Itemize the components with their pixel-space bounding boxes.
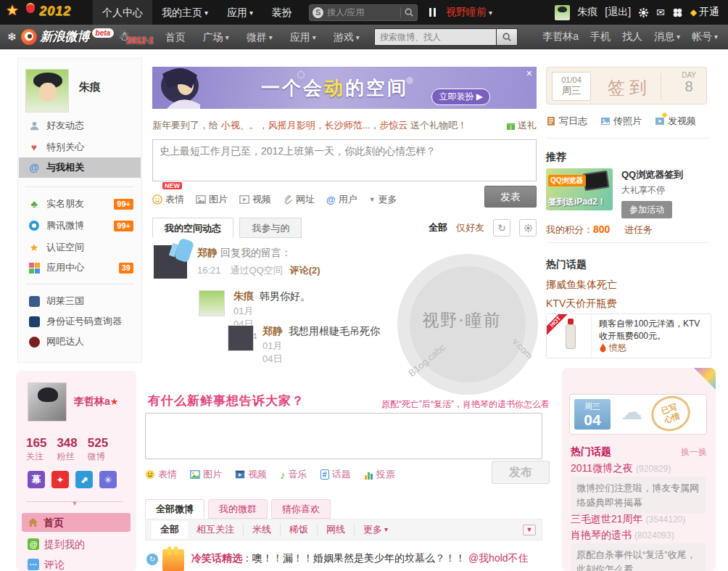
write-blog-button[interactable]: 写日志 [546,115,587,128]
qzone-username[interactable]: 朱痕 [79,81,101,94]
sidebar-item-app-center[interactable]: 应用中心 39 [19,258,141,278]
stat-followers[interactable]: 348粉丝 [57,436,77,463]
friend-link[interactable]: 步惊云 [379,120,408,131]
qzone-nav-my-home[interactable]: 我的主页 [152,0,218,25]
close-icon[interactable]: × [526,67,532,79]
sidebar-item-certified-space[interactable]: ★ 认证空间 [19,237,141,258]
author-link[interactable]: 朱痕 [233,290,254,302]
video-button[interactable]: 视频 [239,193,271,206]
settings-button[interactable] [519,219,537,237]
stat-posts[interactable]: 525微博 [88,436,108,463]
filter-all[interactable]: 全部 [429,221,447,234]
avatar[interactable] [154,245,187,279]
poll-button[interactable]: 投票 [364,468,395,481]
badge-icon[interactable]: ✳ [99,471,117,488]
mention-button[interactable]: @ 用户 [326,193,357,206]
sidebar-app-hulai[interactable]: 胡莱三国 [19,291,141,311]
clover-icon[interactable] [672,7,683,18]
sidebar-app-netbar[interactable]: 网吧达人 [19,332,141,352]
gear-icon[interactable] [638,7,649,18]
channel-link[interactable]: 视野瞳前 [446,6,487,19]
music-button[interactable]: ♪ 音乐 [280,468,307,481]
weibo-account-menu[interactable]: 帐号 [692,30,718,44]
topic-link[interactable]: 挪威鱼集体死亡 [546,279,617,292]
tab-participated[interactable]: 我参与的 [239,218,302,238]
topic-link[interactable]: KTV天价开瓶费 [546,297,616,311]
banner-ad[interactable]: 一个会动的空间 立即装扮 ▶ × [152,67,537,109]
weibo-sidebar-mentions[interactable]: @ 提到我的 [22,535,131,554]
filter-mutual[interactable]: 相互关注 [188,523,243,536]
tab-guess-you-like[interactable]: 猜你喜欢 [271,499,331,519]
tab-my-feeds[interactable]: 我的空间动态 [152,218,233,238]
weibo-composer-input[interactable] [145,413,542,459]
weibo-logo-icon[interactable] [21,29,37,45]
emoticon-button[interactable]: 表情 [145,468,177,481]
publish-button[interactable]: 发布 [492,461,550,484]
stat-following[interactable]: 165关注 [26,436,46,463]
username-link[interactable]: 朱痕 [577,6,597,19]
anger-tag[interactable]: 愤怒 [599,342,626,354]
weibo-sidebar-comments[interactable]: ··· 评论 [22,555,131,571]
page-corner-fold[interactable] [694,368,716,390]
signin-card[interactable]: 01/04 周三 签到 DAY 8 [546,67,707,104]
search-button[interactable] [496,28,518,46]
avatar[interactable] [555,5,570,20]
send-gift-link[interactable]: 送礼 [506,119,537,132]
topic-link[interactable]: 肖艳琴的遗书(8024093) [571,529,674,542]
weibo-mobile-link[interactable]: 手机 [590,30,611,44]
avatar[interactable] [162,549,184,571]
dressup-now-button[interactable]: 立即装扮 ▶ [431,89,490,105]
upload-photo-button[interactable]: 传照片 [600,115,642,128]
weibo-user-link[interactable]: 李哲林a [542,30,579,44]
publish-button[interactable]: 发表 [484,186,537,208]
sidebar-item-tencent-weibo[interactable]: 腾讯微博 99+ [19,215,141,236]
ad-title[interactable]: QQ浏览器签到 [621,168,716,181]
weibo-brand[interactable]: 新浪微博 [41,28,90,45]
friend-link[interactable]: 长沙师范... [325,120,371,131]
emoticon-button[interactable]: NEW 表情 [152,193,184,206]
task-link[interactable]: 进任务 [624,224,653,235]
sidebar-app-id-lookup[interactable]: 身份证号码查询器 [19,311,141,332]
filter-group-1[interactable]: 米线 [243,523,280,536]
avatar[interactable] [28,382,67,422]
author-link[interactable]: 郑静 [262,325,283,337]
qq-browser-ad-image[interactable]: QQ浏览器 签到送iPad2！ [546,168,613,210]
weibo-nav-home[interactable]: 首页 [157,25,194,49]
sidebar-item-friend-feeds[interactable]: 好友动态 [19,115,141,136]
topic-card[interactable]: HOT 顾客自带100元洋酒，KTV收开瓶费600元。 愤怒 [546,313,711,358]
mention-link[interactable]: @我hold不住 [468,552,529,564]
author-link[interactable]: 郑静 [197,247,218,258]
tab-my-groups[interactable]: 我的微群 [208,499,268,519]
avatar[interactable] [228,325,254,351]
weibo-username[interactable]: 李哲林a★ [74,395,118,408]
weibo-messages-menu[interactable]: 消息 [654,30,680,44]
topic-button[interactable]: # 话题 [320,468,351,481]
weibo-nav-square[interactable]: 广场 [194,25,238,49]
qzone-logo[interactable]: ★ 2012 [0,0,93,25]
comments-link[interactable]: 评论(2) [290,265,320,276]
sidebar-item-real-name-friends[interactable]: ♣ 实名朋友 99+ [19,194,141,214]
topic-link[interactable]: 2011微博之夜(920829) [571,462,671,475]
link-button[interactable]: 网址 [283,193,315,206]
weibo-nav-apps[interactable]: 应用 [281,25,325,49]
refresh-button[interactable]: ↻ [493,219,510,237]
avatar[interactable] [25,69,69,112]
qzone-nav-dressup[interactable]: 装扮 [262,0,302,25]
filter-group-2[interactable]: 稀饭 [280,523,317,536]
weibo-sidebar-home[interactable]: 首页 [22,513,131,532]
video-button[interactable]: 视频 [235,468,267,481]
image-button[interactable]: 图片 [196,193,228,206]
weibo-nav-games[interactable]: 游戏 [325,25,368,49]
refresh-topics-link[interactable]: 换一换 [681,446,707,459]
image-button[interactable]: 图片 [190,468,222,481]
filter-friends-only[interactable]: 仅好友 [456,221,484,234]
friend-link[interactable]: 小视、。 [221,120,259,131]
badge-icon[interactable]: 幕 [28,471,45,488]
logout-link[interactable]: [退出] [605,6,631,19]
sidebar-item-special-care[interactable]: ♥ 特别关心 [19,137,141,157]
sidebar-item-related-to-me[interactable]: @ 与我相关 [19,157,141,178]
weibo-search-input[interactable] [374,28,496,46]
hot-topic-link[interactable]: 原配“死亡”后“复活”，肖艳琴的遗书你怎么看 [381,398,550,411]
tab-all-weibo[interactable]: 全部微博 [145,499,204,519]
qzone-nav-personal-center[interactable]: 个人中心 [93,0,152,25]
